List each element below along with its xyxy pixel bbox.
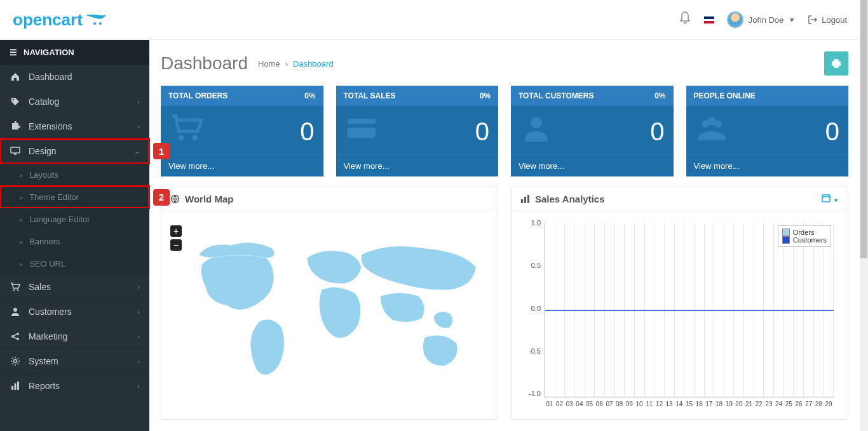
chevron-double-right-icon: » [19,171,23,179]
world-map-panel: World Map + − [161,187,498,420]
person-icon [520,112,554,151]
chevron-right-icon: › [137,98,140,105]
language-flag-icon[interactable] [704,17,714,23]
page-scrollbar[interactable] [860,0,868,431]
sidebar-subitem-theme-editor[interactable]: » Theme Editor 2 [0,186,149,208]
card-icon [345,112,379,151]
bar-chart-icon [520,194,530,204]
logo[interactable]: opencart [13,10,107,30]
svg-point-10 [14,360,17,363]
nav-sub-label: Theme Editor [29,192,79,202]
sidebar-item-catalog[interactable]: Catalog › [0,90,149,114]
notifications-icon[interactable] [679,11,691,29]
cart-icon [170,112,204,151]
share-icon [10,331,21,341]
stat-tile-total-sales: TOTAL SALES0% 0 View more... [336,86,499,176]
nav-sub-label: Layouts [29,170,58,180]
chevron-right-icon: › [137,357,140,365]
nav-title: NAVIGATION [24,48,74,57]
sales-analytics-title: Sales Analytics [535,194,605,204]
world-map-body[interactable]: + − [161,211,498,419]
map-zoom-in-button[interactable]: + [170,225,182,237]
nav-label: Customers [29,307,72,317]
sidebar-subitem-layouts[interactable]: » Layouts [0,164,149,186]
crumb-active[interactable]: Dashboard [293,59,334,69]
breadcrumb: Home › Dashboard [258,59,334,69]
bar-icon [10,381,21,391]
svg-point-8 [17,333,19,335]
chevron-double-right-icon: » [19,194,23,201]
chevron-down-icon: ⌄ [134,147,140,156]
person-icon [10,307,21,317]
hamburger-icon[interactable]: ☰ [10,48,17,57]
svg-rect-26 [822,195,830,202]
chevron-double-right-icon: » [19,216,23,223]
logout-link[interactable]: Logout [808,15,847,25]
puzzle-icon [10,121,21,131]
date-range-picker[interactable]: ▼ [822,194,839,204]
svg-point-0 [93,22,96,25]
main-content: Dashboard Home › Dashboard TOTAL ORDERS0… [149,40,860,431]
map-zoom-out-button[interactable]: − [170,239,182,251]
sidebar-item-marketing[interactable]: Marketing › [0,324,149,349]
tile-view-more[interactable]: View more... [686,155,849,176]
chevron-right-icon: › [137,123,140,130]
sidebar-item-reports[interactable]: Reports › [0,374,149,399]
svg-rect-25 [527,195,529,203]
svg-rect-23 [521,199,523,203]
sidebar-subitem-seo-url[interactable]: » SEO URL [0,253,149,275]
svg-rect-11 [11,386,13,390]
world-map-svg [170,219,489,411]
logo-cart-icon [85,14,107,25]
sidebar-item-customers[interactable]: Customers › [0,300,149,324]
tile-pct: 0% [304,91,315,100]
svg-rect-16 [348,119,376,138]
svg-point-4 [13,289,15,291]
sidebar-item-dashboard[interactable]: Dashboard [0,65,149,90]
tile-view-more[interactable]: View more... [511,155,674,176]
svg-point-1 [99,22,102,25]
tile-title: TOTAL CUSTOMERS [519,91,593,100]
svg-rect-17 [348,124,376,128]
svg-point-6 [13,308,17,312]
sidebar-item-extensions[interactable]: Extensions › [0,114,149,139]
svg-rect-3 [11,147,20,153]
nav-sub-label: Language Editor [29,215,90,224]
svg-point-14 [179,135,184,140]
crumb-home[interactable]: Home [258,59,280,69]
annotation-badge: 2 [153,189,170,206]
settings-button[interactable] [824,51,848,76]
tile-pct: 0% [654,91,665,100]
svg-point-15 [193,135,198,140]
globe-icon [170,194,180,204]
username-label: John Doe [749,15,784,25]
home-icon [10,72,21,82]
gear-icon [831,58,841,69]
svg-point-2 [13,99,14,100]
user-menu[interactable]: John Doe ▼ [727,11,796,28]
nav-label: Reports [29,381,60,391]
sidebar-item-sales[interactable]: Sales › [0,275,149,300]
chevron-right-icon: › [137,283,140,291]
tag-icon [10,96,21,107]
sidebar-item-system[interactable]: System › [0,349,149,374]
chevron-double-right-icon: » [19,238,23,246]
tile-view-more[interactable]: View more... [336,155,499,176]
sidebar-subitem-banners[interactable]: » Banners [0,230,149,253]
gear-icon [10,356,21,366]
nav-label: Marketing [29,331,67,341]
chevron-double-right-icon: » [19,260,23,268]
sidebar-item-design[interactable]: Design ⌄ 1 [0,139,149,164]
nav-label: System [29,356,58,366]
tile-value: 0 [650,117,664,146]
nav-label: Dashboard [29,72,72,82]
legend-customers: Customers [793,236,827,244]
tile-pct: 0% [480,91,491,100]
tile-view-more[interactable]: View more... [161,155,323,176]
stats-tiles: TOTAL ORDERS0% 0 View more...TOTAL SALES… [161,86,848,176]
svg-rect-12 [15,383,17,390]
sidebar-subitem-language-editor[interactable]: » Language Editor [0,208,149,230]
sales-chart: 1.00.50.0-0.5-1.0 0102030405060708091011… [520,219,839,411]
logo-text: opencart [13,10,83,30]
svg-point-21 [707,117,716,126]
